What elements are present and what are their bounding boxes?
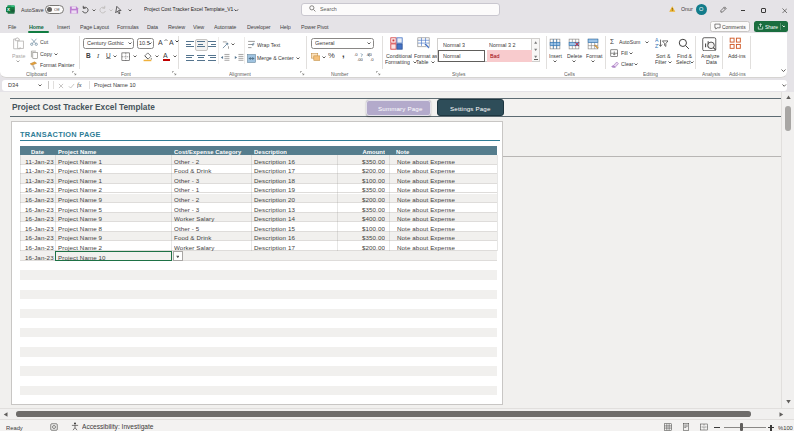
svg-text:X: X <box>7 7 10 12</box>
svg-text:Z: Z <box>655 43 658 49</box>
svg-text:A: A <box>655 37 659 43</box>
